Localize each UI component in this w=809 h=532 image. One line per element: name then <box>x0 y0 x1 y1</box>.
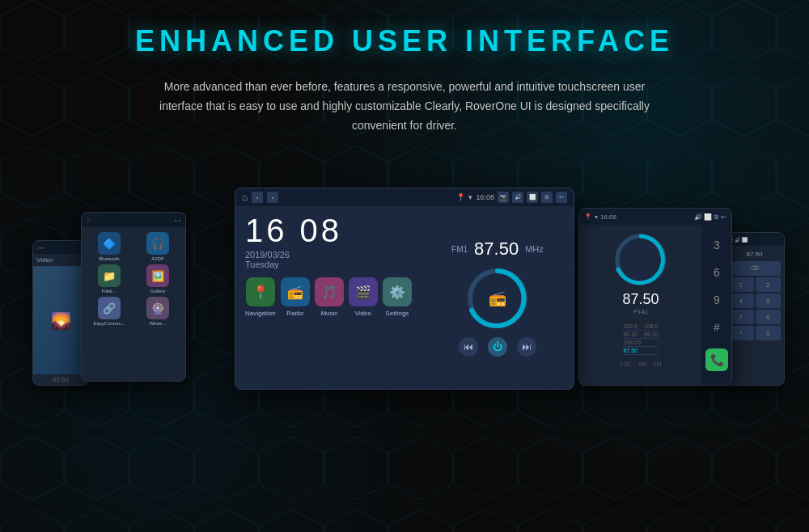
home-btn[interactable]: ⌂ <box>242 192 248 203</box>
rss-status-right: 🔊 ⬜ ⊞ ↩ <box>694 213 726 221</box>
easyconnect-icon: 🔗 <box>98 297 121 319</box>
screen-center: ⌂ ▪ ▪ 📍 ▾ 16:08 📷 🔊 ⬜ ⊞ ↩ <box>235 188 574 390</box>
date-display: 2019/03/26 Tuesday <box>245 250 412 269</box>
rss-status-left: 📍 ▾ 16:08 <box>584 213 616 221</box>
status-icons: ▪▪ <box>40 245 44 251</box>
rm-btn-6[interactable]: 8 <box>756 310 781 324</box>
lss-apps-grid: 🔷 Bluetooth 🎧 A2DP 📁 FileE... 🖼️ Gallery <box>87 232 180 326</box>
center-right-panel: FM1 87.50 MHz 📻 ⏮ ⏻ ⏭ <box>421 206 574 389</box>
center-left-panel: 16 08 2019/03/26 Tuesday 📍 Navigation 📻 … <box>235 206 421 389</box>
lss-app-easyconnect[interactable]: 🔗 EasyConnec... <box>87 297 132 326</box>
label-loc: LOC <box>620 361 631 367</box>
rm-btn-2[interactable]: 2 <box>756 277 781 292</box>
rss-right-panel: 3 6 9 # 📞 <box>702 225 731 385</box>
num-3[interactable]: 3 <box>714 239 720 251</box>
scale-item-1: 103.9 108.0 <box>623 323 658 331</box>
page-subtitle: More advanced than ever before, features… <box>154 78 655 135</box>
rss-gps-icon: 📍 <box>584 213 592 221</box>
easyconnect-label: EasyConnec... <box>93 321 125 326</box>
screen-icon: ⬜ <box>527 192 538 203</box>
lss-app-fileex[interactable]: 📁 FileE... <box>87 264 132 293</box>
app-settings[interactable]: ⚙️ Settings <box>383 277 412 317</box>
app-icon-status: ⊞ <box>541 192 553 203</box>
video-app-label: Video <box>355 310 371 317</box>
num-9[interactable]: 9 <box>714 293 720 306</box>
rss-status-bar: 📍 ▾ 16:08 🔊 ⬜ ⊞ ↩ <box>579 209 731 225</box>
num-6[interactable]: 6 <box>714 266 720 279</box>
gps-icon: 📍 <box>456 193 465 201</box>
rm-icon2: 🔊 <box>735 237 740 243</box>
a2dp-label: A2DP <box>151 256 164 261</box>
rm-btn-4[interactable]: 5 <box>756 293 781 308</box>
rm-row-4: 7 8 <box>728 310 781 324</box>
app-video[interactable]: 🎬 Video <box>349 277 378 317</box>
label-am: AM <box>638 361 647 367</box>
scale-item-3: 108.00 <box>623 340 658 347</box>
rm-freq-display: 87.50 <box>728 249 781 260</box>
wheel-icon: 🎡 <box>146 297 169 319</box>
rm-icon3: ⬜ <box>742 237 748 243</box>
center-status-bar: ⌂ ▪ ▪ 📍 ▾ 16:08 📷 🔊 ⬜ ⊞ ↩ <box>235 188 574 206</box>
lss-app-gallery[interactable]: 🖼️ Gallery <box>135 264 180 293</box>
main-apps-grid: 📍 Navigation 📻 Radio 🎵 Music 🎬 <box>245 277 412 317</box>
leftmost-status: ⌂ ▪▪ <box>33 241 88 254</box>
lss-body: 🔷 Bluetooth 🎧 A2DP 📁 FileE... 🖼️ Gallery <box>82 227 185 381</box>
gallery-label: Gallery <box>150 289 165 293</box>
rss-vol: 🔊 <box>694 213 702 221</box>
gallery-icon: 🖼️ <box>146 264 169 287</box>
leftmost-thumbnail: 🌄 <box>33 267 88 374</box>
rss-sub: F141 <box>633 308 648 315</box>
rss-wifi-icon: ▾ <box>595 213 598 221</box>
navigation-app-label: Navigation <box>245 310 276 317</box>
bluetooth-label: Bluetooth <box>99 256 119 261</box>
rss-back: ↩ <box>721 213 726 221</box>
wheel-label: Whee... <box>150 321 167 326</box>
prev-btn[interactable]: ⏮ <box>459 337 478 357</box>
lss-status-bar: ⌂ ▪ ▪ <box>82 213 185 227</box>
fm-header: FM1 87.50 MHz <box>451 239 544 260</box>
scale-item-2: 90.10 98.10 <box>623 331 658 339</box>
scale-val-3: 108.00 <box>623 340 640 345</box>
rss-screen: ⬜ <box>704 213 712 221</box>
rightmost-body: 📷 🔊 ⬜ 87.50 ⌫ 1 2 4 5 <box>725 233 784 385</box>
rss-left-panel: 87.50 F141 103.9 108.0 90.10 98.10 108.0… <box>579 225 702 385</box>
center-screen-body: 16 08 2019/03/26 Tuesday 📍 Navigation 📻 … <box>235 206 574 389</box>
rm-btn-del[interactable]: ⌫ <box>728 261 781 276</box>
a2dp-icon: 🎧 <box>146 232 169 255</box>
app-radio[interactable]: 📻 Radio <box>281 277 310 317</box>
app-navigation[interactable]: 📍 Navigation <box>245 277 276 317</box>
next-btn[interactable]: ⏭ <box>517 337 536 357</box>
power-btn[interactable]: ⏻ <box>488 337 507 357</box>
radio-app-label: Radio <box>286 310 303 317</box>
app-music[interactable]: 🎵 Music <box>315 277 344 317</box>
music-app-icon: 🎵 <box>315 277 344 306</box>
call-button[interactable]: 📞 <box>705 348 728 371</box>
fileex-icon: 📁 <box>98 264 121 287</box>
rm-row-1: ⌫ <box>728 261 781 276</box>
status-bar-left: ⌂ ▪ ▪ <box>242 192 278 203</box>
rm-row-3: 4 5 <box>728 293 781 308</box>
lss-icons: ▪ ▪ <box>175 217 180 223</box>
scale-val-4: 87.50 <box>623 348 637 353</box>
lss-app-a2dp[interactable]: 🎧 A2DP <box>135 232 180 261</box>
fm-freq: 87.50 <box>474 239 519 260</box>
screen-right-small: 📍 ▾ 16:08 🔊 ⬜ ⊞ ↩ <box>578 208 732 386</box>
radio-app-icon: 📻 <box>281 277 310 306</box>
lss-app-wheel[interactable]: 🎡 Whee... <box>135 297 180 326</box>
scale-val-1r: 108.0 <box>644 323 659 329</box>
fm-label: FM1 <box>451 245 468 254</box>
scale-item-4-highlight: 87.50 <box>623 348 658 355</box>
wifi-icon: ▾ <box>468 193 472 201</box>
page-title: ENHANCED USER INTERFACE <box>135 24 674 58</box>
status-time: 16:08 <box>476 193 494 201</box>
camera-icon: 📷 <box>498 192 509 203</box>
rm-btn-0[interactable]: 0 <box>756 326 781 340</box>
screen-rightmost: 📷 🔊 ⬜ 87.50 ⌫ 1 2 4 5 <box>724 232 785 386</box>
radio-icon-center: 📻 <box>489 289 506 307</box>
rss-time: 16:08 <box>600 213 616 221</box>
lss-app-bluetooth[interactable]: 🔷 Bluetooth <box>87 232 132 261</box>
radio-circle: 📻 <box>465 266 530 331</box>
status-icon-1: ▪ <box>252 192 263 203</box>
num-hash[interactable]: # <box>714 321 720 334</box>
rss-labels: LOC AM FM <box>620 361 661 367</box>
